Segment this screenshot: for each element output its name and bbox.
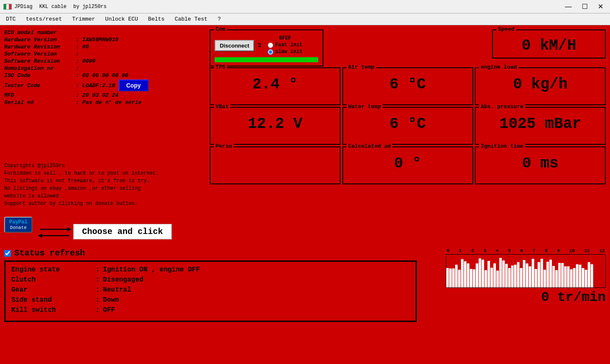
clutch-value: Disengaged: [103, 276, 144, 284]
sw-revision-label: Software Revision: [4, 58, 76, 64]
rpm-bar: [558, 263, 561, 287]
clutch-row: Clutch : Disengaged: [11, 276, 410, 284]
rpm-bar: [549, 260, 552, 287]
kill-switch-row: Kill switch : OFF: [11, 306, 410, 314]
status-refresh-checkbox[interactable]: [4, 250, 11, 257]
engine-state-value: Ignition ON , engine OFF: [103, 266, 200, 274]
speed-value: 0 kM/H: [497, 37, 601, 54]
window-controls: — ☐ ✕: [562, 2, 607, 11]
menu-cable-test[interactable]: Cable Test: [170, 15, 212, 23]
rpm-bar: [502, 260, 505, 287]
choose-click-area: Choose and click: [38, 223, 172, 240]
copy-button[interactable]: Copy: [119, 80, 149, 91]
engine-state-key: Engine state: [11, 266, 96, 274]
svg-marker-3: [38, 234, 42, 238]
minimize-button[interactable]: —: [562, 2, 575, 11]
rpm-bar: [538, 262, 540, 287]
choose-click-label[interactable]: Choose and click: [73, 224, 172, 239]
menu-dtc[interactable]: DTC: [2, 15, 20, 23]
sw-revision-row: Software Revision : 0000: [4, 58, 206, 64]
rpm-bar: [461, 259, 463, 287]
rpm-bar: [529, 266, 531, 287]
abs-pressure-title: Abs. pressure: [479, 104, 525, 110]
sw-revision-value: : 0000: [76, 58, 96, 64]
ecu-model-row: ECU model number: [4, 29, 206, 36]
kill-switch-key: Kill switch: [11, 306, 96, 314]
rpm-bar: [546, 262, 549, 287]
mfd-label: MFD: [4, 92, 76, 98]
rpm-bar: [464, 261, 466, 287]
menu-unlock-ecu[interactable]: Unlock ECU: [101, 15, 142, 23]
menu-help[interactable]: ?: [213, 15, 225, 23]
rpm-bar: [496, 271, 499, 287]
iso-code-value: : 00 00 00 00 00: [76, 72, 128, 79]
rpm-bar: [576, 264, 578, 287]
engine-load-panel: engine load 0 kg/h: [475, 67, 606, 105]
paypal-donate-button[interactable]: PayPal Donate: [4, 217, 32, 233]
main-area: ECU model number Hardware Version : IAW5…: [0, 25, 610, 364]
vbat-title: VBat: [214, 104, 230, 110]
calculated-ad-panel: Calculated ad 0 °: [342, 146, 473, 184]
rpm-bar: [588, 262, 590, 287]
calculated-ad-title: Calculated ad: [346, 143, 392, 149]
calculated-ad-value: 0 °: [347, 155, 468, 172]
rpm-scale: 0 1 2 3 4 5 6 7 8 9 10 11 12: [446, 248, 606, 253]
disconnect-button[interactable]: Disconnect: [215, 40, 254, 51]
rpm-bar: [579, 265, 581, 287]
ignition-time-value: 0 ms: [480, 155, 601, 172]
perso-panel: Perso: [210, 146, 341, 184]
hw-version-row: Hardware Version : IAW59MHW010: [4, 37, 206, 43]
menu-belts[interactable]: Belts: [144, 15, 169, 23]
air-temp-panel: Air temp 6 °C: [342, 67, 473, 105]
rpm-bar: [476, 263, 478, 287]
rpm-bar: [487, 261, 490, 287]
tester-code-value: : LOADF:2.10: [76, 82, 115, 89]
menu-trimmer[interactable]: Trimmer: [68, 15, 99, 23]
rpm-bar: [493, 263, 496, 287]
svg-marker-1: [67, 227, 72, 231]
abs-pressure-value: 1025 mBar: [480, 115, 601, 133]
gear-row: Gear : Neutral: [11, 286, 410, 294]
rpm-bar: [452, 268, 455, 287]
homologation-value: :: [76, 65, 79, 72]
hw-revision-row: Hardware Revision : 00: [4, 44, 206, 50]
rpm-bar: [517, 262, 519, 287]
rpm-bar: [591, 264, 593, 287]
rpm-bar: [505, 264, 508, 287]
connection-status-bar: [215, 57, 318, 62]
menu-tests-reset[interactable]: tests/reset: [21, 15, 66, 23]
hw-revision-label: Hardware Revision: [4, 44, 76, 50]
serial-value: : Pas de n° de série: [76, 99, 141, 106]
iso-code-row: ISO Code : 00 00 00 00 00: [4, 72, 206, 79]
clutch-key: Clutch: [11, 276, 96, 284]
sensor-grid: TPS 2.4 ° Air temp 6 °C engine load 0 kg…: [210, 67, 606, 184]
rpm-bar: [508, 268, 511, 287]
mfd-row: MFD : 20 03 02 24: [4, 92, 206, 98]
rpm-bar: [573, 268, 575, 287]
hw-version-value: : IAW59MHW010: [76, 37, 118, 43]
slow-init-radio[interactable]: [268, 49, 273, 55]
rpm-bar: [467, 263, 469, 287]
perso-title: Perso: [214, 143, 234, 149]
com-panel-title: Com: [214, 26, 227, 32]
close-button[interactable]: ✕: [594, 2, 607, 11]
init-section: 8FEF Fast init slow init: [268, 35, 302, 56]
rpm-bar: [479, 258, 481, 287]
rpm-bar: [541, 259, 543, 287]
com-panel: Com Disconnect 3 8FEF Fast init slow ini…: [210, 29, 323, 66]
ignition-time-title: Ignition time: [479, 143, 525, 149]
cable-type: KKL cable: [39, 4, 67, 10]
ignition-time-panel: Ignition time 0 ms: [475, 146, 606, 184]
rpm-bar: [535, 269, 537, 287]
maximize-button[interactable]: ☐: [578, 2, 591, 11]
side-stand-value: Down: [103, 296, 119, 304]
fast-init-row: Fast init: [268, 42, 302, 48]
tps-panel: TPS 2.4 °: [210, 67, 341, 105]
fast-init-radio[interactable]: [268, 43, 273, 48]
water-temp-title: Water temp: [346, 104, 383, 110]
rpm-value: 0 tr/min: [446, 290, 606, 305]
rpm-bar: [470, 269, 472, 287]
rpm-bar: [490, 268, 493, 287]
rpm-bar: [473, 269, 475, 287]
author-name: by jpl250rs: [73, 4, 107, 10]
